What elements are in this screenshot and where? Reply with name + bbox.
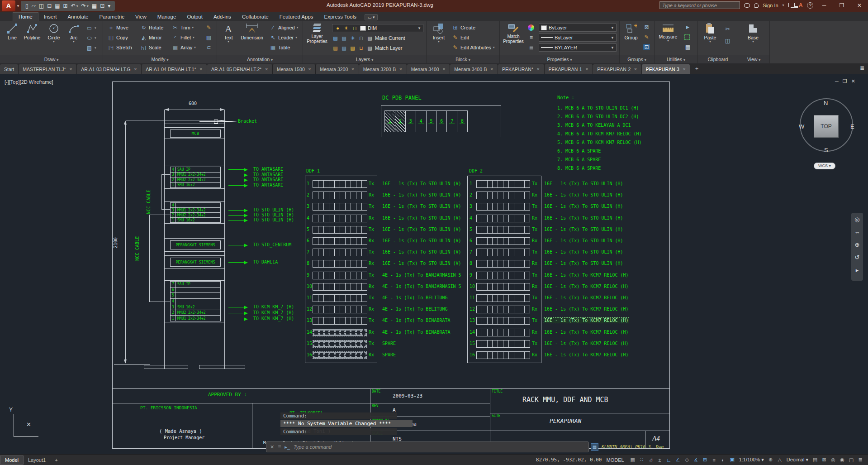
line-button[interactable]: Line [2, 23, 23, 40]
restore-button[interactable]: ❐ [835, 2, 849, 9]
model-tab[interactable]: Model [0, 455, 24, 465]
mirror-button[interactable]: ◭Mirror [140, 34, 162, 42]
layer-unlock2-icon[interactable]: ⊔ [358, 45, 365, 51]
redo-icon-caret[interactable]: ▾ [87, 4, 89, 8]
erase-button[interactable]: ✎ [205, 24, 212, 32]
file-tab-menara-3200-b[interactable]: Menara 3200-B✕ [359, 64, 407, 74]
trim-button[interactable]: ✂Trim▾ [172, 24, 194, 32]
undo-icon-caret[interactable]: ▾ [76, 4, 78, 8]
annotation-autoscale-icon[interactable]: △ [776, 456, 784, 464]
wcs-selector[interactable]: WCS ▾ [814, 163, 835, 169]
color-wheel-icon[interactable] [528, 24, 534, 32]
panel-label-modify[interactable]: Modify ▾ [103, 55, 217, 63]
dimension-button[interactable]: Dimension [238, 23, 266, 40]
save-icon[interactable]: ◫ [39, 3, 44, 9]
polar-tracking-icon[interactable]: ∠ [674, 456, 682, 464]
layer-properties-button[interactable]: Layer Properties [304, 23, 330, 44]
base-button[interactable]: Base▼ [743, 23, 764, 43]
clean-screen-icon[interactable]: ▢ [847, 456, 855, 464]
file-tab-pekapuran[interactable]: PEKAPURAN*✕ [498, 64, 544, 74]
layer-lock-icon[interactable]: ⊓ [358, 35, 365, 41]
layer-on-all-icon[interactable]: ▤ [332, 45, 339, 51]
command-customize-icon[interactable]: ≡ [278, 444, 281, 450]
grid-icon[interactable]: ▦ [629, 456, 637, 464]
model-space-button[interactable]: MODEL [607, 457, 624, 463]
customization-icon[interactable]: ≣ [856, 456, 864, 464]
table-button[interactable]: ▦Table [270, 43, 290, 52]
sheet-set-icon[interactable]: ▦ [92, 3, 97, 9]
snap-icon[interactable]: ∷ [638, 456, 646, 464]
lock-ui-icon[interactable]: ⊠ [820, 456, 828, 464]
layer-off-icon[interactable]: ▤ [332, 35, 339, 41]
selection-cycling-icon[interactable]: ▣ [728, 456, 736, 464]
scale-button[interactable]: ◱Scale [140, 43, 161, 52]
group-selection-toggle[interactable]: ⊡ [643, 43, 650, 51]
hatch-tool-icon[interactable]: ▨▾ [86, 44, 96, 52]
panel-label-draw[interactable]: Draw ▾ [0, 55, 103, 63]
ribbon-tab-annotate[interactable]: Annotate [62, 13, 94, 21]
select-window-button[interactable] [684, 33, 690, 41]
quick-select-button[interactable]: ► [684, 23, 691, 31]
polyline-button[interactable]: Polyline [22, 23, 43, 40]
ungroup-button[interactable]: ⊠ [643, 23, 650, 31]
autodesk-a-icon[interactable]: A [799, 2, 803, 9]
ribbon-tab-home[interactable]: Home [13, 12, 38, 21]
file-tab-pekapuran-2[interactable]: PEKAPURAN-2✕ [593, 64, 642, 74]
command-input[interactable] [294, 444, 585, 450]
file-tab-ar-a1-04-denah-lt-1[interactable]: AR.A1-04 DENAH LT.1*✕ [142, 64, 207, 74]
app-logo-icon[interactable]: A [2, 0, 15, 11]
layer-thaw-all-icon[interactable]: ▤ [349, 45, 356, 51]
linetype-list-icon[interactable]: ≣ [528, 43, 535, 52]
app-menu-caret-icon[interactable]: ▼ [16, 4, 20, 8]
layout1-tab[interactable]: Layout1 [24, 456, 50, 464]
file-tab-menara-3400-b[interactable]: Menara 3400-B✕ [450, 64, 498, 74]
match-properties-button[interactable]: Match Properties [501, 23, 526, 44]
lineweight-list-icon[interactable]: ≡ [528, 34, 535, 42]
close-tab-icon[interactable]: ✕ [308, 67, 312, 72]
edit-attributes-button[interactable]: ✎Edit Attributes▾ [452, 43, 494, 52]
close-tab-icon[interactable]: ✕ [69, 67, 73, 72]
offset-button[interactable]: ⊂ [205, 43, 212, 52]
osnap-icon[interactable]: ⊞ [701, 456, 709, 464]
fillet-button[interactable]: ◜Fillet▾ [172, 34, 194, 42]
qat-more-icon[interactable]: ▾ [108, 3, 110, 9]
panel-label-annotation[interactable]: Annotation ▾ [217, 55, 303, 63]
redo-icon[interactable]: ↷ [81, 3, 86, 9]
object-color-select[interactable]: ByLayer▼ [539, 24, 617, 32]
leader-button[interactable]: ↖Leader▾ [270, 34, 297, 42]
transparency-icon[interactable]: ◐ [719, 456, 727, 464]
file-tab-ar-a1-03-denah-lt-g[interactable]: AR.A1-03 DENAH LT.G✕ [77, 64, 142, 74]
performance-tray-icon[interactable]: ▦ [591, 443, 598, 451]
file-tab-ar-a1-05-denah-lt-2[interactable]: AR.A1-05 DENAH LT.2*✕ [207, 64, 273, 74]
print-preview-icon[interactable]: ⊡ [100, 3, 104, 9]
dynamic-input-icon[interactable]: ± [656, 456, 664, 464]
paste-button[interactable]: Paste▼ [700, 23, 721, 43]
show-motion-icon[interactable]: ▸ [851, 264, 863, 276]
drawing-window-buttons[interactable]: ─❐✕ [835, 78, 859, 84]
annotation-visibility-icon[interactable]: ⊕ [767, 456, 775, 464]
group-button[interactable]: ✳ Group [621, 23, 641, 40]
panel-label-clipboard[interactable]: Clipboard [698, 55, 738, 63]
copy-clip-button[interactable]: ◫ [724, 37, 731, 45]
compass-south[interactable]: S [824, 147, 828, 153]
ribbon-tab-featured-apps[interactable]: Featured Apps [274, 13, 319, 21]
zoom-icon[interactable]: ⊕ [851, 238, 863, 251]
sign-in-caret-icon[interactable]: ▾ [783, 3, 784, 7]
compass-north[interactable]: N [824, 100, 828, 106]
ribbon-tab-manage[interactable]: Manage [152, 13, 182, 21]
new-file-icon[interactable]: ▯ [25, 3, 28, 9]
panel-label-utilities[interactable]: Utilities ▾ [655, 55, 697, 63]
panel-label-groups[interactable]: Groups ▾ [620, 55, 654, 63]
close-tab-icon[interactable]: ✕ [536, 67, 540, 72]
file-tab-pekapuran-3[interactable]: PEKAPURAN-3✕ [642, 64, 691, 74]
nav-wheel-icon[interactable]: ◎ [851, 213, 863, 225]
arc-button[interactable]: Arc▼ [63, 23, 84, 43]
layer-freeze-icon[interactable]: ✳ [349, 35, 356, 41]
file-tab-start[interactable]: Start [0, 64, 19, 74]
close-tab-icon[interactable]: ✕ [683, 67, 686, 72]
open-folder-icon[interactable]: ▱ [32, 3, 36, 9]
layer-unisolate-icon[interactable]: ▤ [341, 45, 347, 51]
close-tab-icon[interactable]: ✕ [634, 67, 637, 72]
close-button[interactable]: ✕ [853, 2, 866, 9]
close-tab-icon[interactable]: ✕ [199, 67, 203, 72]
